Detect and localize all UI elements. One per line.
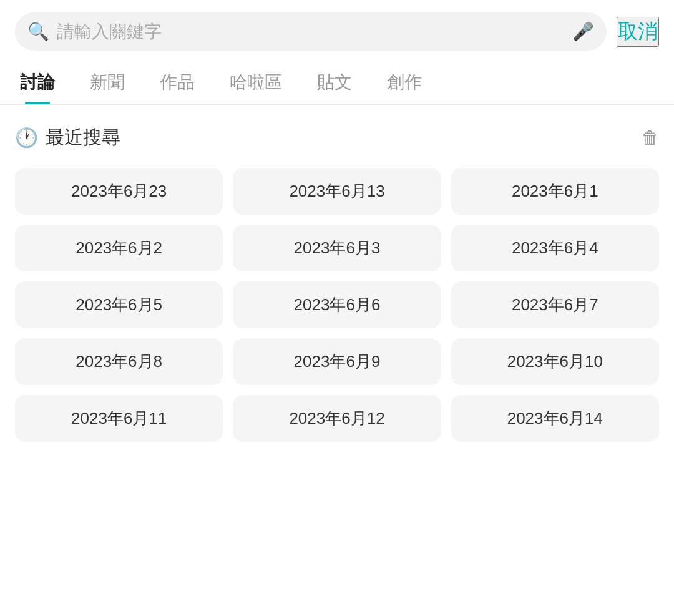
search-icon: 🔍 bbox=[27, 21, 49, 42]
search-history-tag[interactable]: 2023年6月3 bbox=[233, 225, 441, 271]
search-history-tag[interactable]: 2023年6月6 bbox=[233, 281, 441, 328]
tags-grid: 2023年6月232023年6月132023年6月12023年6月22023年6… bbox=[15, 168, 659, 442]
search-history-tag[interactable]: 2023年6月4 bbox=[451, 225, 659, 271]
search-history-tag[interactable]: 2023年6月7 bbox=[451, 281, 659, 328]
search-history-tag[interactable]: 2023年6月2 bbox=[15, 225, 223, 271]
recent-searches-section: 🕐 最近搜尋 🗑 2023年6月232023年6月132023年6月12023年… bbox=[0, 105, 674, 452]
tabs-bar: 討論新聞作品哈啦區貼文創作 bbox=[0, 61, 674, 105]
cancel-button[interactable]: 取消 bbox=[617, 17, 659, 47]
tab-news[interactable]: 新聞 bbox=[72, 61, 142, 104]
search-history-tag[interactable]: 2023年6月14 bbox=[451, 395, 659, 442]
recent-title-wrap: 🕐 最近搜尋 bbox=[15, 125, 120, 150]
search-history-tag[interactable]: 2023年6月23 bbox=[15, 168, 223, 215]
search-history-tag[interactable]: 2023年6月12 bbox=[233, 395, 441, 442]
recent-title: 最近搜尋 bbox=[46, 125, 120, 150]
search-box: 🔍 🎤 bbox=[15, 12, 607, 51]
clear-history-button[interactable]: 🗑 bbox=[642, 127, 659, 148]
search-history-tag[interactable]: 2023年6月9 bbox=[233, 338, 441, 385]
search-history-tag[interactable]: 2023年6月5 bbox=[15, 281, 223, 328]
search-bar: 🔍 🎤 取消 bbox=[0, 0, 674, 61]
search-history-tag[interactable]: 2023年6月8 bbox=[15, 338, 223, 385]
tab-hahazone[interactable]: 哈啦區 bbox=[212, 61, 300, 104]
search-history-tag[interactable]: 2023年6月10 bbox=[451, 338, 659, 385]
tab-post[interactable]: 貼文 bbox=[300, 61, 369, 104]
search-history-tag[interactable]: 2023年6月13 bbox=[233, 168, 441, 215]
tab-discussion[interactable]: 討論 bbox=[2, 61, 72, 104]
recent-header: 🕐 最近搜尋 🗑 bbox=[15, 125, 659, 150]
tab-creation[interactable]: 創作 bbox=[369, 61, 439, 104]
search-input[interactable] bbox=[57, 22, 565, 42]
microphone-icon[interactable]: 🎤 bbox=[572, 21, 594, 42]
search-history-tag[interactable]: 2023年6月1 bbox=[451, 168, 659, 215]
clock-icon: 🕐 bbox=[15, 127, 38, 149]
search-history-tag[interactable]: 2023年6月11 bbox=[15, 395, 223, 442]
tab-works[interactable]: 作品 bbox=[142, 61, 212, 104]
